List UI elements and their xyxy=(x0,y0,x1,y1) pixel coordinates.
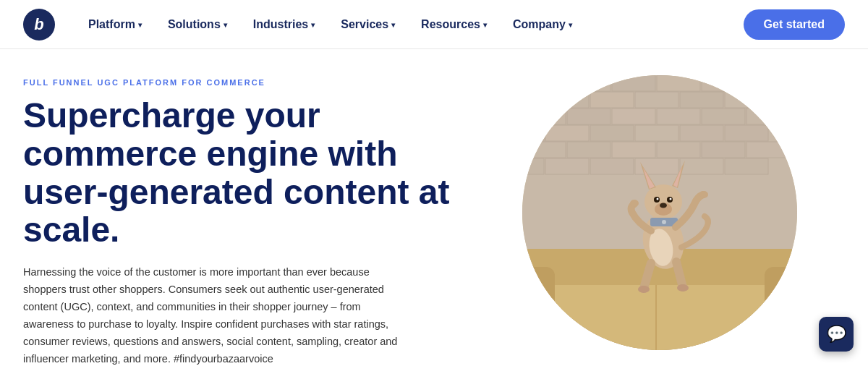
svg-rect-33 xyxy=(545,158,589,174)
chevron-down-icon: ▾ xyxy=(311,21,315,29)
svg-rect-16 xyxy=(612,108,655,124)
svg-rect-9 xyxy=(590,92,634,108)
svg-rect-30 xyxy=(702,142,745,158)
svg-rect-23 xyxy=(635,125,678,141)
nav-item-services-label: Services xyxy=(341,18,388,31)
svg-rect-14 xyxy=(522,108,566,124)
svg-rect-27 xyxy=(567,142,610,158)
svg-rect-15 xyxy=(567,108,610,124)
svg-point-55 xyxy=(670,198,672,200)
svg-rect-29 xyxy=(657,142,700,158)
svg-rect-7 xyxy=(522,92,544,108)
hero-image-container xyxy=(475,75,845,350)
svg-rect-1 xyxy=(522,75,566,91)
nav-item-company[interactable]: Company ▾ xyxy=(503,12,582,37)
nav-item-resources[interactable]: Resources ▾ xyxy=(411,12,497,37)
nav-item-solutions[interactable]: Solutions ▾ xyxy=(158,12,237,37)
chevron-down-icon: ▾ xyxy=(224,21,227,29)
svg-point-58 xyxy=(630,200,639,207)
svg-rect-17 xyxy=(657,108,700,124)
hero-description: Harnessing the voice of the customer is … xyxy=(23,264,399,366)
logo[interactable]: b xyxy=(23,9,55,41)
chevron-down-icon: ▾ xyxy=(569,21,572,29)
svg-rect-31 xyxy=(746,142,797,158)
hero-content: FULL FUNNEL UGC PLATFORM FOR COMMERCE Su… xyxy=(23,75,475,366)
svg-rect-6 xyxy=(746,75,797,91)
hero-image xyxy=(522,75,797,350)
chat-widget[interactable]: 💬 xyxy=(819,317,854,352)
svg-rect-22 xyxy=(590,125,634,141)
nav-item-industries[interactable]: Industries ▾ xyxy=(243,12,325,37)
svg-rect-10 xyxy=(635,92,678,108)
svg-point-57 xyxy=(662,220,666,224)
logo-letter: b xyxy=(34,17,43,33)
svg-point-51 xyxy=(660,203,667,208)
svg-rect-18 xyxy=(702,108,745,124)
nav-item-platform[interactable]: Platform ▾ xyxy=(78,12,152,37)
svg-rect-3 xyxy=(612,75,655,91)
nav-item-company-label: Company xyxy=(513,18,566,31)
chevron-down-icon: ▾ xyxy=(483,21,487,29)
svg-rect-39 xyxy=(522,285,797,350)
svg-point-61 xyxy=(677,284,689,291)
logo-icon: b xyxy=(23,9,55,41)
nav-item-resources-label: Resources xyxy=(421,18,480,31)
svg-point-60 xyxy=(638,286,650,293)
svg-rect-34 xyxy=(590,158,634,174)
nav-item-solutions-label: Solutions xyxy=(168,18,221,31)
chat-icon: 💬 xyxy=(827,325,846,344)
nav-item-services[interactable]: Services ▾ xyxy=(331,12,405,37)
get-started-button[interactable]: Get started xyxy=(744,9,845,40)
svg-rect-4 xyxy=(657,75,700,91)
svg-rect-13 xyxy=(770,92,797,108)
svg-rect-19 xyxy=(746,108,797,124)
svg-rect-25 xyxy=(725,125,768,141)
svg-rect-37 xyxy=(725,158,768,174)
svg-rect-2 xyxy=(567,75,610,91)
svg-rect-20 xyxy=(522,125,544,141)
chevron-down-icon: ▾ xyxy=(391,21,395,29)
hero-section: FULL FUNNEL UGC PLATFORM FOR COMMERCE Su… xyxy=(0,49,868,366)
hero-eyebrow: FULL FUNNEL UGC PLATFORM FOR COMMERCE xyxy=(23,78,461,87)
svg-rect-11 xyxy=(680,92,723,108)
svg-point-54 xyxy=(657,198,659,200)
svg-rect-28 xyxy=(612,142,655,158)
nav-links: Platform ▾ Solutions ▾ Industries ▾ Serv… xyxy=(78,9,845,40)
svg-rect-36 xyxy=(680,158,723,174)
svg-rect-8 xyxy=(545,92,589,108)
hero-illustration xyxy=(522,75,797,350)
svg-rect-26 xyxy=(522,142,566,158)
svg-rect-12 xyxy=(725,92,768,108)
hero-title: Supercharge your commerce engine with us… xyxy=(23,97,461,250)
nav-item-industries-label: Industries xyxy=(253,18,308,31)
navbar: b Platform ▾ Solutions ▾ Industries ▾ Se… xyxy=(0,0,868,49)
svg-rect-32 xyxy=(522,158,544,174)
svg-rect-5 xyxy=(702,75,745,91)
svg-point-59 xyxy=(699,191,708,198)
svg-rect-40 xyxy=(522,267,555,350)
svg-rect-24 xyxy=(680,125,723,141)
nav-item-platform-label: Platform xyxy=(88,18,135,31)
chevron-down-icon: ▾ xyxy=(138,21,142,29)
svg-rect-21 xyxy=(545,125,589,141)
svg-rect-41 xyxy=(765,267,797,350)
